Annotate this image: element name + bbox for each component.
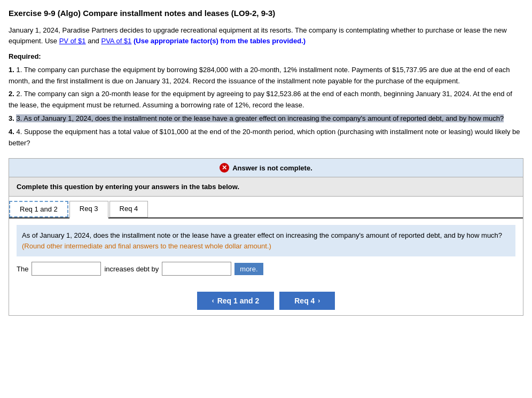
the-label: The: [17, 265, 28, 273]
prev-button[interactable]: ‹ Req 1 and 2: [197, 292, 275, 310]
tab-req4-label: Req 4: [120, 205, 138, 213]
more-label: more.: [234, 263, 263, 275]
answer-status-banner: ✕ Answer is not complete.: [9, 159, 523, 177]
intro-and: and: [86, 37, 101, 45]
answer-row: The increases debt by more.: [17, 262, 515, 276]
tab-req1and2-label: Req 1 and 2: [20, 205, 58, 213]
tab3-question-box: As of January 1, 2024, does the installm…: [17, 225, 515, 256]
next-button[interactable]: Req 4 ›: [279, 292, 335, 310]
tab-req1and2[interactable]: Req 1 and 2: [9, 201, 68, 217]
increases-debt-by-label: increases debt by: [104, 265, 159, 273]
next-chevron-icon: ›: [318, 297, 320, 305]
tab3-question-text: As of January 1, 2024, does the installm…: [22, 231, 502, 239]
answer-status-text: Answer is not complete.: [232, 164, 312, 172]
complete-instruction: Complete this question by entering your …: [9, 177, 523, 197]
intro-paragraph: January 1, 2024, Paradise Partners decid…: [9, 25, 523, 46]
tab3-note-text: (Round other intermediate and final answ…: [22, 242, 271, 250]
required-section: Required: 1. 1. The company can purchase…: [9, 51, 523, 149]
answer-input-1[interactable]: [32, 262, 101, 276]
tabs-row: Req 1 and 2 Req 3 Req 4: [9, 197, 523, 218]
bold-instruction: (Use appropriate factor(s) from the tabl…: [131, 37, 306, 45]
required-label: Required:: [9, 52, 41, 60]
next-button-label: Req 4: [294, 296, 315, 305]
pv-link[interactable]: PV of $1: [59, 37, 86, 45]
nav-buttons: ‹ Req 1 and 2 Req 4 ›: [9, 292, 523, 315]
answer-input-2[interactable]: [162, 262, 231, 276]
req3-text: 3. 3. As of January 1, 2024, does the in…: [9, 113, 523, 124]
tab-req3[interactable]: Req 3: [69, 201, 108, 218]
pva-link[interactable]: PVA of $1: [101, 37, 131, 45]
error-icon: ✕: [220, 163, 229, 173]
prev-chevron-icon: ‹: [212, 297, 214, 305]
req4-text: 4. 4. Suppose the equipment has a total …: [9, 127, 523, 149]
prev-button-label: Req 1 and 2: [217, 296, 260, 305]
req1-text: 1. 1. The company can purchase the equip…: [9, 65, 523, 87]
answer-box: ✕ Answer is not complete. Complete this …: [9, 158, 523, 316]
tab-req4[interactable]: Req 4: [109, 201, 148, 217]
tab-req3-label: Req 3: [80, 205, 98, 213]
page-title: Exercise 9-9 (Algo) Compare installment …: [9, 9, 523, 18]
req2-text: 2. 2. The company can sign a 20-month le…: [9, 89, 523, 111]
tab3-content: As of January 1, 2024, does the installm…: [9, 218, 523, 282]
